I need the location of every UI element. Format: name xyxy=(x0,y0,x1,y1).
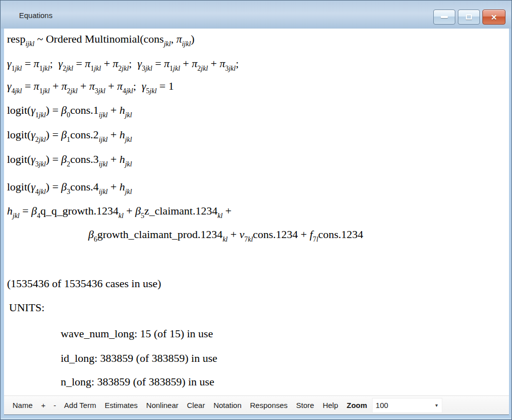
cases-in-use-text: (1535436 of 1535436 cases in use) xyxy=(7,277,161,290)
toolbar-button-plus[interactable]: + xyxy=(41,401,46,409)
toolbar-button-notation[interactable]: Notation xyxy=(214,401,242,409)
equation-line-1[interactable]: respijkl ~ Ordered Multinomial(consjkl, … xyxy=(7,33,195,46)
equation-line-9[interactable]: β6growth_claimant_prod.1234kl + v7klcons… xyxy=(88,228,363,241)
zoom-label: Zoom xyxy=(347,401,367,409)
toolbar-button-nonlinear[interactable]: Nonlinear xyxy=(146,401,179,409)
maximize-icon xyxy=(466,15,472,20)
minimize-button[interactable] xyxy=(433,10,455,25)
zoom-combobox[interactable]: 100 ▾ xyxy=(372,398,442,413)
close-button[interactable]: ✕ xyxy=(482,10,505,25)
equation-line-3[interactable]: γ4jkl = π1jkl + π2jkl + π3jkl + π4jkl; γ… xyxy=(7,80,174,93)
equation-line-2[interactable]: γ1jkl = π1jkl; γ2jkl = π1jkl + π2jkl; γ3… xyxy=(7,57,239,70)
equation-line-4[interactable]: logit(γ1jkl) = β0cons.1ijkl + hjkl xyxy=(7,104,132,117)
close-icon: ✕ xyxy=(491,14,497,21)
equation-line-7[interactable]: logit(γ4jkl) = β3cons.4ijkl + hjkl xyxy=(7,180,132,193)
units-heading: UNITS: xyxy=(9,301,45,314)
toolbar-button-minus[interactable]: - xyxy=(54,401,56,409)
toolbar-button-store[interactable]: Store xyxy=(296,401,314,409)
unit-item-id-long: id_long: 383859 (of 383859) in use xyxy=(61,352,217,365)
caption-buttons: ✕ xyxy=(433,10,505,25)
equation-line-6[interactable]: logit(γ3jkl) = β2cons.3ijkl + hjkl xyxy=(7,153,132,166)
equations-window: Equations ✕ respijkl ~ Ordered Multinomi… xyxy=(0,0,512,420)
toolbar: Name + - Add Term Estimates Nonlinear Cl… xyxy=(4,395,509,415)
minimize-icon xyxy=(441,16,448,18)
toolbar-button-name[interactable]: Name xyxy=(13,401,33,409)
window-frame-highlight xyxy=(1,418,511,419)
toolbar-button-help[interactable]: Help xyxy=(322,401,338,409)
equation-line-5[interactable]: logit(γ2jkl) = β1cons.2ijkl + hjkl xyxy=(7,128,132,141)
unit-item-wave-num-long: wave_num_long: 15 (of 15) in use xyxy=(61,327,213,340)
title-bar[interactable]: Equations ✕ xyxy=(1,1,511,29)
toolbar-button-add-term[interactable]: Add Term xyxy=(64,401,96,409)
chevron-down-icon: ▾ xyxy=(435,402,438,408)
toolbar-button-estimates[interactable]: Estimates xyxy=(105,401,138,409)
window-title: Equations xyxy=(19,11,53,20)
equations-pane[interactable]: respijkl ~ Ordered Multinomial(consjkl, … xyxy=(4,29,509,395)
maximize-button[interactable] xyxy=(458,10,480,25)
toolbar-button-clear[interactable]: Clear xyxy=(187,401,205,409)
zoom-value: 100 xyxy=(376,401,388,409)
toolbar-button-responses[interactable]: Responses xyxy=(250,401,288,409)
equation-line-8[interactable]: hjkl = β4q_q_growth.1234kl + β5z_claiman… xyxy=(7,204,232,218)
unit-item-n-long: n_long: 383859 (of 383859) in use xyxy=(61,375,214,388)
